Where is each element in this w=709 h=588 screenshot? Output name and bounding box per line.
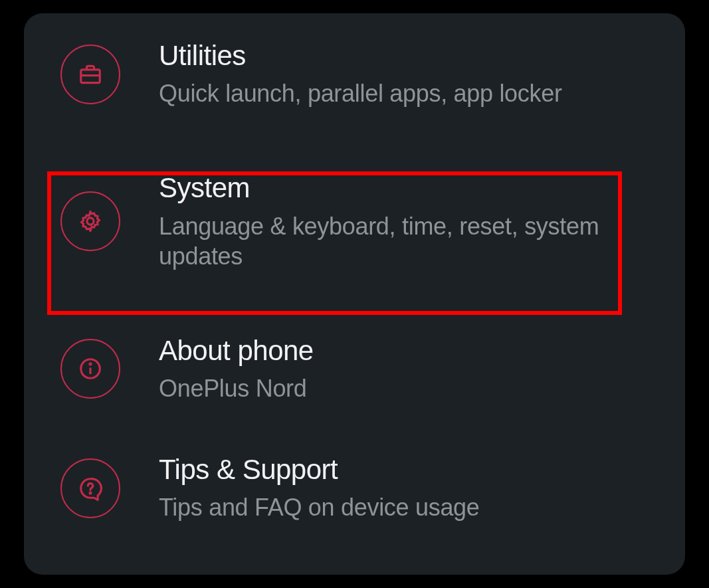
settings-item-system[interactable]: System Language & keyboard, time, reset,… xyxy=(24,134,685,309)
settings-item-tips-support[interactable]: Tips & Support Tips and FAQ on device us… xyxy=(24,429,685,547)
settings-item-subtitle: Language & keyboard, time, reset, system… xyxy=(159,211,637,271)
gear-icon xyxy=(60,191,120,251)
briefcase-icon xyxy=(60,45,120,104)
settings-item-subtitle: OnePlus Nord xyxy=(159,373,314,403)
settings-item-title: Tips & Support xyxy=(159,454,480,486)
settings-item-text: System Language & keyboard, time, reset,… xyxy=(159,172,637,270)
settings-item-text: About phone OnePlus Nord xyxy=(159,335,314,403)
info-icon xyxy=(60,339,120,399)
settings-item-title: About phone xyxy=(159,335,314,367)
settings-item-about-phone[interactable]: About phone OnePlus Nord xyxy=(24,310,685,429)
settings-item-title: Utilities xyxy=(159,40,562,72)
settings-item-text: Utilities Quick launch, parallel apps, a… xyxy=(159,40,562,108)
settings-item-subtitle: Quick launch, parallel apps, app locker xyxy=(159,78,562,108)
svg-point-5 xyxy=(90,363,91,365)
settings-item-utilities[interactable]: Utilities Quick launch, parallel apps, a… xyxy=(24,40,685,134)
svg-point-2 xyxy=(87,218,94,225)
settings-item-text: Tips & Support Tips and FAQ on device us… xyxy=(159,454,480,522)
svg-point-6 xyxy=(90,492,91,494)
settings-item-title: System xyxy=(159,172,637,204)
settings-item-subtitle: Tips and FAQ on device usage xyxy=(159,492,480,522)
help-icon xyxy=(60,458,120,518)
settings-panel: Utilities Quick launch, parallel apps, a… xyxy=(24,13,685,575)
